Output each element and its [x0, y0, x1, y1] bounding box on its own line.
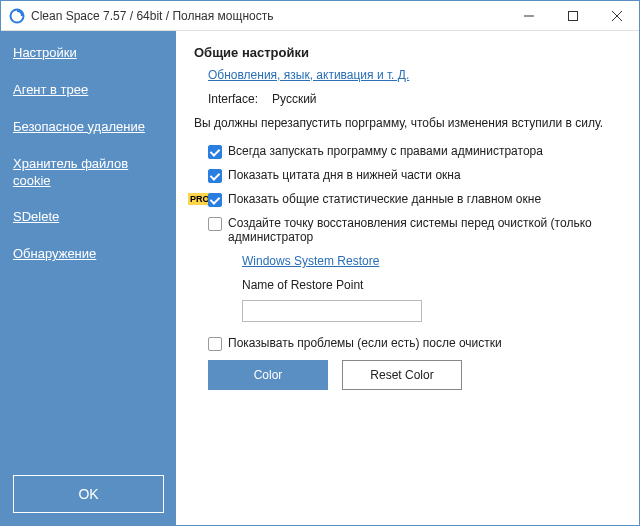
checkbox-show-problems[interactable] — [208, 337, 222, 351]
check-label: Показывать проблемы (если есть) после оч… — [228, 336, 502, 350]
maximize-icon — [568, 11, 578, 21]
checkbox-run-admin[interactable] — [208, 145, 222, 159]
checkbox-show-stats[interactable] — [208, 193, 222, 207]
interface-row: Interface: Русский — [208, 92, 629, 106]
check-run-admin: Всегда запускать программу с правами адм… — [194, 144, 629, 158]
check-show-stats: PRO Показать общие статистические данные… — [194, 192, 629, 206]
maximize-button[interactable] — [551, 1, 595, 31]
restart-notice: Вы должны перезапустить порграмму, чтобы… — [194, 116, 629, 130]
check-label: Показать цитата дня в нижней части окна — [228, 168, 461, 182]
sidebar: Настройки Агент в трее Безопасное удален… — [1, 31, 176, 525]
svg-rect-2 — [569, 11, 578, 20]
restore-point-name-label: Name of Restore Point — [242, 278, 629, 292]
sidebar-item-secure-delete[interactable]: Безопасное удаление — [13, 119, 164, 136]
color-button-row: Color Reset Color — [208, 360, 629, 390]
check-restore-point: Создайте точку восстановления системы пе… — [194, 216, 629, 244]
reset-color-button[interactable]: Reset Color — [342, 360, 462, 390]
system-restore-link[interactable]: Windows System Restore — [242, 254, 379, 268]
titlebar: Clean Space 7.57 / 64bit / Полная мощнос… — [1, 1, 639, 31]
close-icon — [612, 11, 622, 21]
check-label: Показать общие статистические данные в г… — [228, 192, 541, 206]
main-panel: Общие настройки Обновления, язык, актива… — [176, 31, 639, 525]
app-logo-icon — [9, 8, 25, 24]
checkbox-show-quote[interactable] — [208, 169, 222, 183]
minimize-button[interactable] — [507, 1, 551, 31]
updates-link[interactable]: Обновления, язык, активация и т. Д. — [208, 68, 409, 82]
sidebar-item-sdelete[interactable]: SDelete — [13, 209, 164, 226]
sidebar-item-detection[interactable]: Обнаружение — [13, 246, 164, 263]
sidebar-item-cookie-keeper[interactable]: Хранитель файлов cookie — [13, 156, 164, 190]
check-label: Всегда запускать программу с правами адм… — [228, 144, 543, 158]
interface-label: Interface: — [208, 92, 258, 106]
check-label: Создайте точку восстановления системы пе… — [228, 216, 629, 244]
restore-point-name-input[interactable] — [242, 300, 422, 322]
sidebar-item-settings[interactable]: Настройки — [13, 45, 164, 62]
app-window: Clean Space 7.57 / 64bit / Полная мощнос… — [0, 0, 640, 526]
sidebar-item-tray-agent[interactable]: Агент в трее — [13, 82, 164, 99]
page-heading: Общие настройки — [194, 45, 629, 60]
interface-value[interactable]: Русский — [272, 92, 317, 106]
close-button[interactable] — [595, 1, 639, 31]
check-show-quote: Показать цитата дня в нижней части окна — [194, 168, 629, 182]
window-title: Clean Space 7.57 / 64bit / Полная мощнос… — [31, 9, 507, 23]
minimize-icon — [524, 11, 534, 21]
sidebar-nav: Настройки Агент в трее Безопасное удален… — [13, 45, 164, 475]
color-button[interactable]: Color — [208, 360, 328, 390]
ok-button[interactable]: OK — [13, 475, 164, 513]
check-show-problems: Показывать проблемы (если есть) после оч… — [194, 336, 629, 350]
window-body: Настройки Агент в трее Безопасное удален… — [1, 31, 639, 525]
checkbox-restore-point[interactable] — [208, 217, 222, 231]
